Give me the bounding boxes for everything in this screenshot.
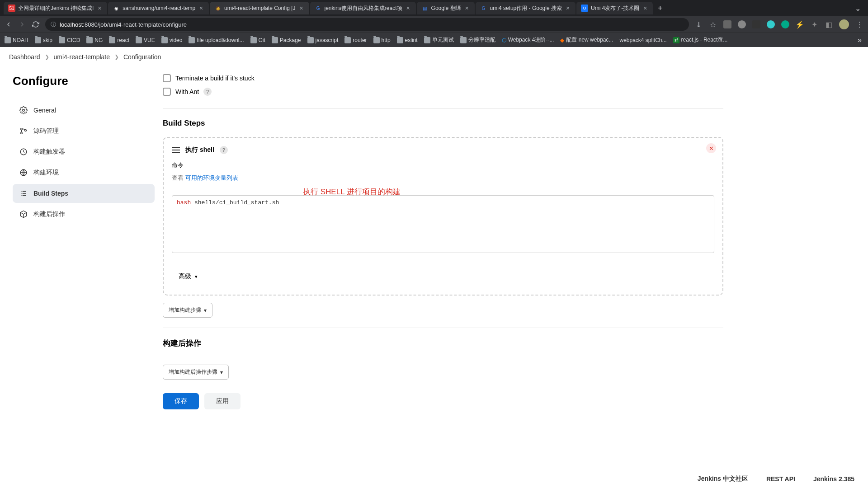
close-icon[interactable]: ×	[298, 5, 305, 11]
extension-icon[interactable]	[781, 20, 789, 28]
shell-command-input[interactable]: bash shells/ci_build_start.sh	[172, 195, 714, 253]
back-icon[interactable]	[5, 20, 13, 28]
bookmark-item[interactable]: NOAH	[5, 37, 28, 43]
bookmark-item[interactable]: http	[373, 37, 391, 43]
bookmark-item[interactable]: NG	[86, 37, 103, 43]
remove-step-button[interactable]: ✕	[706, 143, 716, 153]
env-vars-link[interactable]: 可用的环境变量列表	[185, 174, 238, 181]
bookmark-item[interactable]: sfreact.js - React渲...	[673, 36, 728, 44]
close-icon[interactable]: ×	[464, 5, 470, 11]
config-form: Terminate a build if it's stuck With Ant…	[163, 67, 741, 469]
save-button[interactable]: 保存	[163, 393, 199, 409]
favicon-umi-icon: U	[581, 5, 588, 12]
sidebar-item-post-build[interactable]: 构建后操作	[13, 205, 155, 224]
tab-3[interactable]: G jenkins使用自由风格集成react项 ×	[310, 2, 416, 14]
tab-5[interactable]: G umi4 setup作用 - Google 搜索 ×	[476, 2, 576, 14]
with-ant-check-row[interactable]: With Ant ?	[163, 85, 723, 99]
bookmark-item[interactable]: 单元测试	[424, 36, 454, 44]
browser-chrome: 51 全网最详细的Jenkins 持续集成I × ◉ sanshuiwang/u…	[0, 0, 868, 47]
bookmark-item[interactable]: CICD	[59, 37, 80, 43]
bookmark-item[interactable]: video	[161, 37, 183, 43]
bookmark-item[interactable]: ⬡Webpack 4进阶--...	[502, 36, 554, 44]
install-icon[interactable]: ⤓	[694, 20, 703, 28]
sidebar-item-label: 构建环境	[33, 169, 59, 177]
section-title-build-steps: Build Steps	[163, 119, 723, 128]
tabs-overflow-icon[interactable]: ⌄	[851, 2, 864, 14]
sidebar-item-triggers[interactable]: 构建触发器	[13, 142, 155, 161]
bookmark-item[interactable]: eslint	[397, 37, 418, 43]
breadcrumb-item[interactable]: Configuration	[123, 53, 161, 61]
apply-button[interactable]: 应用	[204, 393, 241, 409]
extension-icon[interactable]	[738, 20, 746, 28]
box-icon	[19, 210, 28, 219]
checkbox-icon[interactable]	[163, 74, 171, 82]
bookmark-item[interactable]: router	[344, 37, 367, 43]
close-icon[interactable]: ×	[565, 5, 571, 11]
tab-6[interactable]: U Umi 4发布了-技术圈 ×	[576, 2, 653, 14]
extension-icon[interactable]	[752, 20, 760, 28]
bookmark-item[interactable]: react	[109, 37, 129, 43]
tab-2[interactable]: 🧔 umi4-react-template Config [J ×	[210, 2, 309, 14]
help-icon[interactable]: ?	[220, 146, 228, 154]
footer-rest-link[interactable]: REST API	[766, 475, 795, 483]
chevron-down-icon: ▾	[195, 274, 198, 280]
new-tab-button[interactable]: +	[654, 2, 666, 14]
sidebar-item-environment[interactable]: 构建环境	[13, 163, 155, 182]
tab-4[interactable]: ▤ Google 翻译 ×	[417, 2, 475, 14]
advanced-toggle[interactable]: 高级 ▾	[172, 268, 204, 285]
favicon-github-icon: ◉	[113, 5, 120, 12]
checkbox-label: With Ant	[175, 88, 199, 95]
bookmark-item[interactable]: javascript	[307, 37, 339, 43]
footer-community-link[interactable]: Jenkins 中文社区	[698, 475, 748, 483]
sidebar-item-general[interactable]: General	[13, 101, 155, 120]
footer-version[interactable]: Jenkins 2.385	[813, 475, 854, 483]
bookmark-item[interactable]: Git	[250, 37, 265, 43]
branch-icon	[19, 127, 28, 136]
bookmarks-overflow-icon[interactable]: »	[856, 34, 863, 46]
bookmark-item[interactable]: ◆配置 new webpac...	[560, 36, 613, 44]
terminate-check-row[interactable]: Terminate a build if it's stuck	[163, 71, 723, 85]
folder-icon	[344, 37, 351, 43]
extension-icon[interactable]	[723, 20, 731, 28]
folder-icon	[397, 37, 403, 43]
tab-0[interactable]: 51 全网最详细的Jenkins 持续集成I ×	[4, 2, 107, 14]
tab-1[interactable]: ◉ sanshuiwang/umi4-react-temp ×	[108, 2, 209, 14]
close-icon[interactable]: ×	[405, 5, 411, 11]
breadcrumb-item[interactable]: umi4-react-template	[54, 53, 110, 61]
add-post-build-button[interactable]: 增加构建后操作步骤 ▾	[163, 365, 229, 380]
checkbox-icon[interactable]	[163, 88, 171, 96]
sidepanel-icon[interactable]: ◧	[825, 20, 833, 28]
bolt-icon[interactable]: ⚡	[796, 20, 804, 28]
favicon-google-icon: G	[315, 5, 322, 12]
globe-icon	[19, 168, 28, 177]
star-icon[interactable]: ☆	[709, 20, 717, 28]
reload-icon[interactable]	[32, 20, 40, 28]
kebab-icon[interactable]: ⋮	[855, 20, 863, 28]
folder-icon	[373, 37, 380, 43]
forward-icon[interactable]	[18, 20, 26, 28]
sidebar-item-scm[interactable]: 源码管理	[13, 122, 155, 141]
env-vars-hint: 查看 可用的环境变量列表	[172, 174, 714, 182]
close-icon[interactable]: ×	[198, 5, 204, 11]
address-bar[interactable]: ⓘ localhost:8080/job/umi4-react-template…	[45, 18, 689, 31]
close-icon[interactable]: ×	[96, 5, 103, 11]
bookmark-item[interactable]: Package	[272, 37, 301, 43]
bookmark-item[interactable]: skip	[35, 37, 52, 43]
bookmark-item[interactable]: webpack4 splitCh...	[619, 37, 666, 43]
page-title: Configure	[13, 74, 155, 88]
close-icon[interactable]: ×	[642, 5, 648, 11]
breadcrumb-item[interactable]: Dashboard	[9, 53, 40, 61]
extension-icon[interactable]	[767, 20, 775, 28]
profile-avatar-icon[interactable]	[839, 19, 849, 29]
chevron-right-icon: ❯	[45, 54, 49, 60]
extensions-icon[interactable]: ✦	[810, 20, 818, 28]
add-build-step-button[interactable]: 增加构建步骤 ▾	[163, 303, 212, 318]
bookmark-item[interactable]: VUE	[136, 37, 155, 43]
bookmark-item[interactable]: 分辨率适配	[460, 36, 495, 44]
bookmark-item[interactable]: file upload&downl...	[189, 37, 244, 43]
info-icon[interactable]: ⓘ	[51, 21, 56, 28]
tab-title: Google 翻译	[431, 5, 461, 12]
help-icon[interactable]: ?	[203, 88, 212, 96]
sidebar-item-build-steps[interactable]: Build Steps	[13, 184, 155, 203]
drag-handle-icon[interactable]	[172, 147, 180, 153]
